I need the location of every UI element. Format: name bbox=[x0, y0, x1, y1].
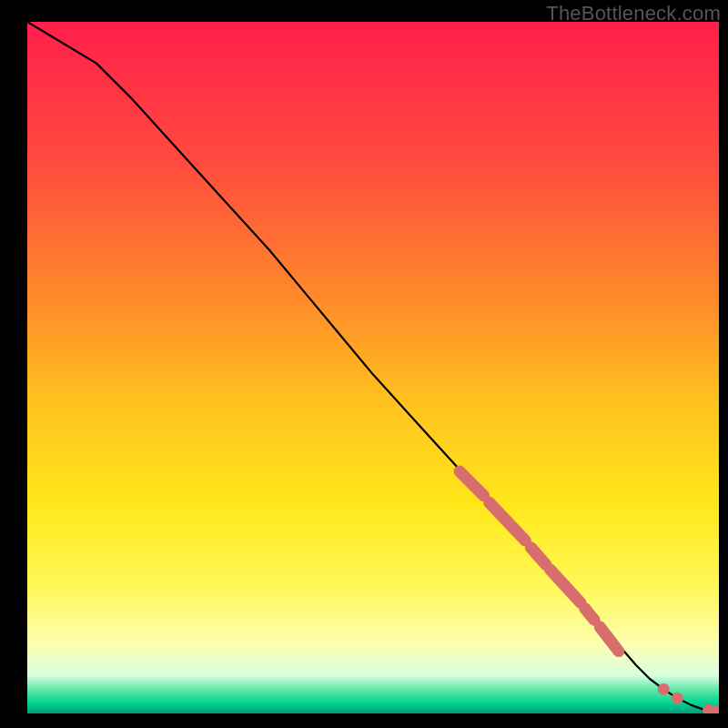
chart-frame: TheBottleneck.com bbox=[0, 0, 728, 728]
curve-marker-point bbox=[658, 683, 670, 695]
plot-background bbox=[27, 22, 719, 713]
curve-marker-point bbox=[710, 705, 722, 717]
curve-marker-point bbox=[672, 693, 683, 704]
bottleneck-chart bbox=[0, 0, 728, 728]
curve-marker-segment bbox=[585, 608, 595, 620]
watermark-text: TheBottleneck.com bbox=[546, 2, 721, 25]
